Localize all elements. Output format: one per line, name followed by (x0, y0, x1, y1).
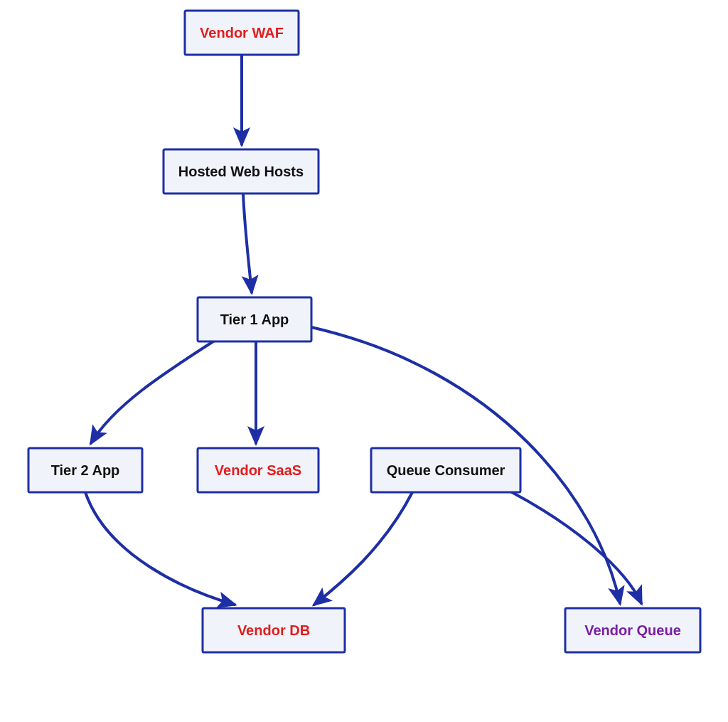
node-vendor-saas: Vendor SaaS (198, 448, 318, 492)
edge-consumer-to-db (314, 492, 412, 605)
edges-layer (85, 55, 641, 605)
node-vendor-waf-label: Vendor WAF (200, 25, 284, 41)
nodes-layer: Vendor WAF Hosted Web Hosts Tier 1 App T… (28, 11, 700, 652)
node-hosted-web-hosts-label: Hosted Web Hosts (178, 164, 304, 179)
node-vendor-db-label: Vendor DB (237, 622, 310, 638)
node-queue-consumer-label: Queue Consumer (387, 462, 505, 478)
edge-tier1-to-tier2 (91, 341, 213, 443)
node-vendor-db: Vendor DB (203, 608, 345, 652)
node-vendor-queue-label: Vendor Queue (584, 622, 681, 638)
node-hosted-web-hosts: Hosted Web Hosts (164, 149, 318, 193)
node-tier1-app-label: Tier 1 App (220, 312, 289, 327)
node-tier2-app-label: Tier 2 App (51, 462, 120, 478)
edge-hosted-to-tier1 (243, 193, 252, 292)
edge-tier2-to-db (85, 492, 235, 605)
node-vendor-saas-label: Vendor SaaS (215, 462, 301, 478)
edge-consumer-to-queue (512, 492, 641, 603)
node-queue-consumer: Queue Consumer (371, 448, 520, 492)
node-tier1-app: Tier 1 App (198, 297, 311, 341)
node-vendor-queue: Vendor Queue (565, 608, 700, 652)
node-vendor-waf: Vendor WAF (185, 11, 299, 55)
node-tier2-app: Tier 2 App (28, 448, 142, 492)
